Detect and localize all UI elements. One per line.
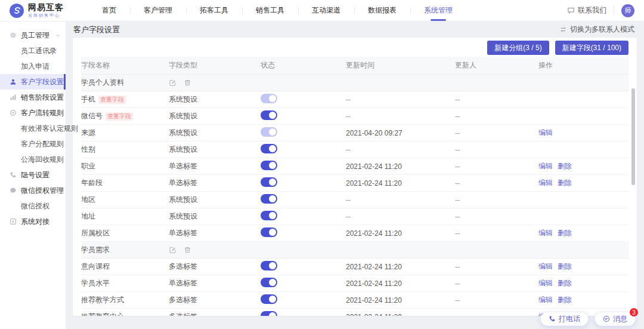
nav-item[interactable]: 客户管理 — [130, 0, 186, 21]
sidebar-item[interactable]: 员工通讯录 — [0, 43, 66, 59]
field-status-cell — [261, 161, 346, 172]
updated-time-cell: 2021-02-24 11:20 — [346, 279, 455, 288]
field-type-cell: 系统预设 — [169, 144, 261, 155]
delete-link[interactable]: 删除 — [558, 228, 572, 238]
updated-time-cell: -- — [346, 196, 455, 204]
main-content: 客户字段设置 切换为多联系人模式 新建分组(3 / 5) 新建字段(31 / 1… — [66, 21, 644, 329]
edit-link[interactable]: 编辑 — [538, 295, 553, 305]
nav-item[interactable]: 首页 — [88, 0, 130, 21]
field-name-cell: 地区 — [81, 195, 169, 205]
column-header: 字段名称 — [81, 60, 169, 70]
sidebar-item[interactable]: 微信授权 — [0, 198, 66, 214]
page-title: 客户字段设置 — [73, 24, 120, 35]
logo[interactable]: 网易互客 云商销售中心 — [10, 3, 80, 19]
field-type-cell: 单选标签 — [169, 161, 261, 171]
field-name: 地区 — [81, 195, 95, 205]
delete-link[interactable]: 删除 — [558, 161, 572, 171]
mode-switch-link[interactable]: 切换为多联系人模式 — [559, 24, 634, 35]
trash-icon[interactable] — [184, 79, 191, 87]
delete-link[interactable]: 删除 — [558, 262, 572, 272]
field-name: 意向课程 — [81, 262, 110, 272]
status-toggle[interactable] — [261, 227, 277, 237]
new-group-button[interactable]: 新建分组(3 / 5) — [487, 41, 549, 55]
status-toggle[interactable] — [261, 278, 277, 287]
divider — [614, 7, 614, 15]
field-status-cell — [261, 211, 346, 222]
field-type-cell: 系统预设 — [169, 211, 261, 222]
table-row: 地址系统预设---- — [81, 208, 628, 225]
card-toolbar: 新建分组(3 / 5) 新建字段(31 / 100) — [73, 38, 637, 57]
status-toggle[interactable] — [261, 161, 277, 170]
dedupe-field-badge: 查重字段 — [106, 112, 133, 121]
edit-link[interactable]: 编辑 — [538, 278, 553, 288]
sidebar-item[interactable]: 微信授权管理 — [0, 183, 66, 198]
nav-item[interactable]: 拓客工具 — [186, 0, 242, 21]
avatar[interactable]: 师 — [621, 4, 634, 17]
sidebar-item[interactable]: 有效潜客认定规则 — [0, 121, 66, 136]
trash-icon[interactable] — [184, 246, 191, 254]
delete-link[interactable]: 删除 — [558, 295, 572, 305]
delete-link[interactable]: 删除 — [558, 178, 572, 188]
caret-up-icon — [55, 34, 60, 37]
row-actions-cell: 编辑删除 — [538, 178, 628, 188]
new-field-button[interactable]: 新建字段(31 / 100) — [555, 41, 628, 55]
phone-icon — [10, 171, 17, 179]
sidebar-item[interactable]: 销售阶段设置 — [0, 90, 66, 105]
status-toggle[interactable] — [261, 177, 277, 187]
nav-item[interactable]: 销售工具 — [242, 0, 298, 21]
edit-link[interactable]: 编辑 — [538, 262, 553, 272]
status-toggle[interactable] — [261, 94, 277, 103]
updater-cell: -- — [455, 279, 538, 288]
edit-icon[interactable] — [169, 79, 177, 87]
column-header: 更新时间 — [346, 60, 455, 70]
caret-up-icon — [55, 189, 60, 192]
top-navbar: 网易互客 云商销售中心 首页客户管理拓客工具销售工具互动渠道数据报表系统管理 联… — [0, 0, 644, 21]
updated-time-cell: 2021-04-20 09:27 — [346, 129, 455, 137]
edit-link[interactable]: 编辑 — [538, 228, 553, 238]
table-scrollbar[interactable] — [631, 88, 635, 185]
sidebar-item[interactable]: 员工管理 — [0, 27, 66, 43]
edit-icon[interactable] — [169, 246, 177, 254]
status-toggle[interactable] — [261, 127, 277, 137]
field-name: 手机 — [81, 94, 95, 104]
sidebar-item[interactable]: 系统对接 — [0, 214, 66, 229]
status-toggle[interactable] — [261, 211, 277, 220]
call-button[interactable]: 打电话 — [540, 312, 589, 326]
sidebar-item[interactable]: 客户流转规则 — [0, 105, 66, 121]
field-status-cell — [261, 294, 346, 306]
status-toggle[interactable] — [261, 144, 277, 153]
updater-cell: -- — [455, 313, 538, 316]
status-toggle[interactable] — [261, 194, 277, 204]
mode-switch-label: 切换为多联系人模式 — [570, 24, 634, 35]
sidebar-item[interactable]: 客户字段设置 — [0, 74, 66, 90]
sidebar-item[interactable]: 客户分配规则 — [0, 136, 66, 152]
message-button[interactable]: 消息 3 — [595, 312, 636, 326]
status-toggle[interactable] — [261, 294, 277, 304]
edit-link[interactable]: 编辑 — [538, 178, 553, 188]
row-actions-cell: 编辑删除 — [538, 228, 628, 238]
contact-us-link[interactable]: 联系我们 — [567, 5, 606, 16]
gear-icon — [10, 32, 17, 39]
nav-item[interactable]: 系统管理 — [410, 0, 466, 21]
updater-cell: -- — [455, 129, 538, 137]
field-status-cell — [261, 144, 346, 155]
status-toggle[interactable] — [261, 311, 277, 316]
status-toggle[interactable] — [261, 261, 277, 270]
updater-cell: -- — [455, 296, 538, 305]
delete-link[interactable]: 删除 — [558, 278, 572, 288]
field-name-cell: 意向课程 — [81, 262, 169, 272]
phone-icon — [549, 315, 556, 322]
edit-link[interactable]: 编辑 — [538, 161, 553, 171]
status-toggle[interactable] — [261, 110, 277, 120]
nav-item[interactable]: 数据报表 — [354, 0, 410, 21]
sidebar-item[interactable]: 隐号设置 — [0, 167, 66, 183]
logo-subtitle: 云商销售中心 — [28, 13, 64, 19]
field-name-cell: 地址 — [81, 211, 169, 222]
message-count-badge: 3 — [630, 308, 638, 316]
sidebar-item[interactable]: 公海回收规则 — [0, 152, 66, 167]
edit-link[interactable]: 编辑 — [538, 128, 553, 138]
sidebar-item[interactable]: 加入申请 — [0, 59, 66, 74]
nav-item[interactable]: 互动渠道 — [298, 0, 354, 21]
table-row: 来源系统预设2021-04-20 09:27--编辑 — [81, 125, 628, 142]
field-name: 学员水平 — [81, 278, 110, 288]
